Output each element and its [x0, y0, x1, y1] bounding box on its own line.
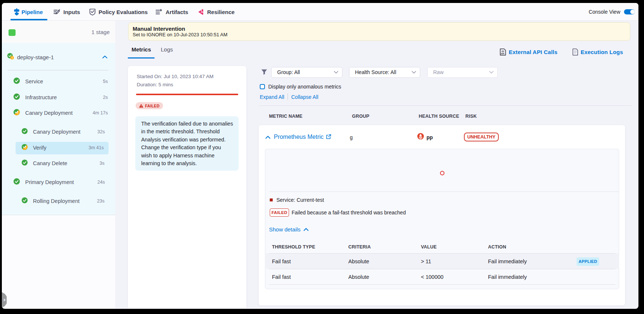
svg-text:API: API [501, 53, 504, 55]
